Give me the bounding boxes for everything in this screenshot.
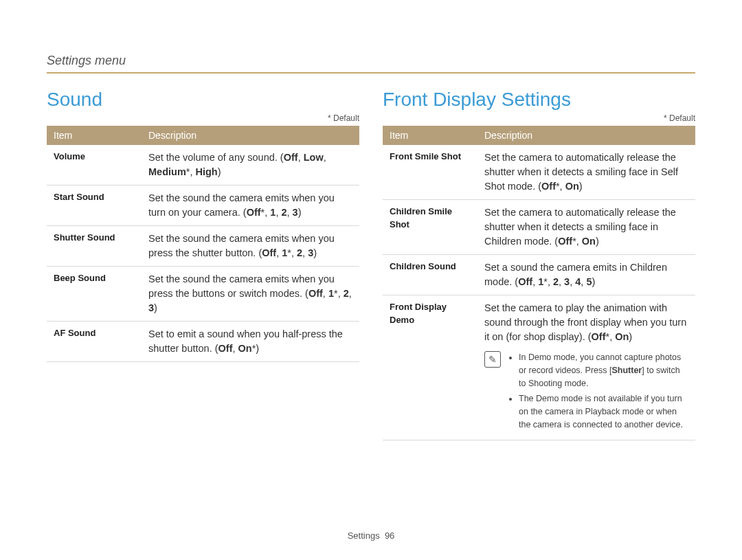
- row-item: Volume: [47, 145, 142, 186]
- row-desc: Set the camera to automatically release …: [477, 145, 695, 200]
- row-desc: Set the sound the camera emits when you …: [142, 267, 359, 322]
- left-column: Sound * Default Item Description Volume …: [47, 89, 359, 440]
- row-desc: Set the sound the camera emits when you …: [142, 186, 359, 226]
- footer-page: 96: [385, 530, 394, 541]
- note-icon: ✎: [484, 351, 501, 368]
- sound-table: Item Description Volume Set the volume o…: [47, 126, 359, 362]
- row-item: Children Smile Shot: [383, 200, 477, 255]
- note-list: In Demo mode, you cannot capture photos …: [508, 351, 688, 434]
- row-item: Children Sound: [383, 255, 477, 295]
- section-title-sound: Sound: [47, 89, 359, 111]
- row-item: Front Smile Shot: [383, 145, 477, 200]
- default-note-left: * Default: [47, 113, 359, 123]
- table-row: Beep Sound Set the sound the camera emit…: [47, 267, 359, 322]
- breadcrumb: Settings menu: [47, 54, 695, 74]
- table-row: Front Display Demo Set the camera to pla…: [383, 295, 695, 440]
- row-item: Start Sound: [47, 186, 142, 226]
- columns: Sound * Default Item Description Volume …: [47, 89, 695, 440]
- section-title-front-display: Front Display Settings: [383, 89, 695, 111]
- table-row: AF Sound Set to emit a sound when you ha…: [47, 322, 359, 362]
- front-display-table: Item Description Front Smile Shot Set th…: [383, 126, 695, 440]
- row-item: Shutter Sound: [47, 226, 142, 267]
- row-item: Front Display Demo: [383, 295, 477, 440]
- note-item: In Demo mode, you cannot capture photos …: [519, 351, 688, 390]
- row-desc: Set the sound the camera emits when you …: [142, 226, 359, 267]
- right-column: Front Display Settings * Default Item De…: [383, 89, 695, 440]
- table-row: Volume Set the volume of any sound. (Off…: [47, 145, 359, 186]
- row-desc: Set to emit a sound when you half-press …: [142, 322, 359, 362]
- row-desc: Set the camera to play the animation wit…: [477, 295, 695, 440]
- table-header-description: Description: [142, 126, 359, 145]
- row-desc: Set the volume of any sound. (Off, Low, …: [142, 145, 359, 186]
- table-header-item: Item: [383, 126, 477, 145]
- table-row: Children Sound Set a sound the camera em…: [383, 255, 695, 295]
- note-box: ✎ In Demo mode, you cannot capture photo…: [484, 351, 688, 434]
- table-row: Front Smile Shot Set the camera to autom…: [383, 145, 695, 200]
- table-row: Shutter Sound Set the sound the camera e…: [47, 226, 359, 267]
- row-desc: Set a sound the camera emits in Children…: [477, 255, 695, 295]
- table-header-item: Item: [47, 126, 142, 145]
- table-header-description: Description: [477, 126, 695, 145]
- default-note-right: * Default: [383, 113, 695, 123]
- note-item: The Demo mode is not available if you tu…: [519, 392, 688, 431]
- table-row: Children Smile Shot Set the camera to au…: [383, 200, 695, 255]
- table-row: Start Sound Set the sound the camera emi…: [47, 186, 359, 226]
- row-desc: Set the camera to automatically release …: [477, 200, 695, 255]
- row-item: Beep Sound: [47, 267, 142, 322]
- page-footer: Settings 96: [0, 530, 742, 541]
- page: Settings menu Sound * Default Item Descr…: [0, 0, 742, 560]
- footer-label: Settings: [348, 530, 380, 541]
- row-item: AF Sound: [47, 322, 142, 362]
